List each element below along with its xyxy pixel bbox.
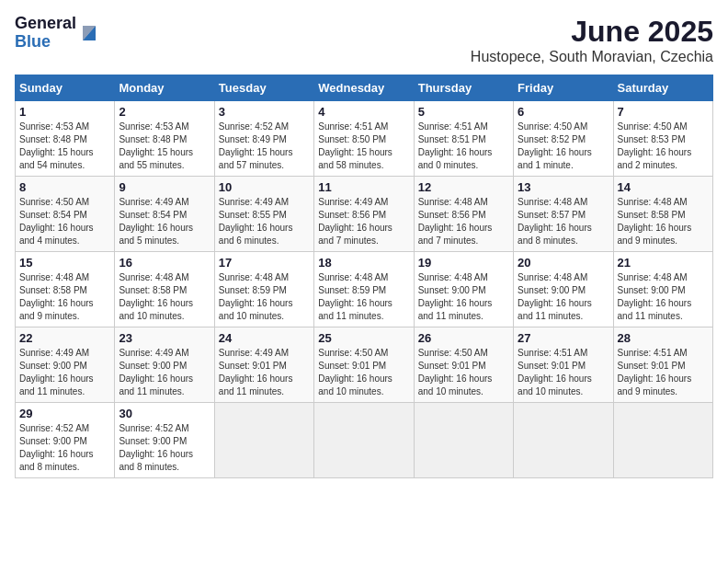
calendar-cell: 29Sunrise: 4:52 AM Sunset: 9:00 PM Dayli… [16,403,115,478]
weekday-header: Wednesday [314,75,414,101]
calendar-week-row: 29Sunrise: 4:52 AM Sunset: 9:00 PM Dayli… [16,403,713,478]
day-info: Sunrise: 4:51 AM Sunset: 8:50 PM Dayligh… [318,121,409,172]
calendar-cell: 21Sunrise: 4:48 AM Sunset: 9:00 PM Dayli… [613,252,712,327]
day-info: Sunrise: 4:50 AM Sunset: 9:01 PM Dayligh… [318,347,409,398]
calendar-week-row: 22Sunrise: 4:49 AM Sunset: 9:00 PM Dayli… [16,327,713,403]
day-number: 27 [518,331,609,345]
day-number: 20 [518,256,609,270]
day-number: 21 [618,256,709,270]
calendar-cell: 22Sunrise: 4:49 AM Sunset: 9:00 PM Dayli… [16,327,115,403]
day-info: Sunrise: 4:51 AM Sunset: 9:01 PM Dayligh… [618,347,709,398]
day-number: 14 [618,180,709,194]
day-info: Sunrise: 4:48 AM Sunset: 9:00 PM Dayligh… [418,271,509,323]
day-info: Sunrise: 4:50 AM Sunset: 8:53 PM Dayligh… [618,121,709,172]
weekday-header: Friday [514,75,613,101]
calendar-cell: 12Sunrise: 4:48 AM Sunset: 8:56 PM Dayli… [414,177,513,252]
logo-triangle-icon [79,22,99,46]
calendar-cell: 25Sunrise: 4:50 AM Sunset: 9:01 PM Dayli… [314,327,414,403]
calendar-cell: 24Sunrise: 4:49 AM Sunset: 9:01 PM Dayli… [214,327,313,403]
weekday-header: Sunday [16,75,115,101]
month-title: June 2025 [471,15,713,49]
calendar-cell [414,403,513,478]
day-number: 30 [119,407,210,420]
day-number: 10 [219,180,310,194]
day-number: 13 [518,180,609,194]
weekday-header: Thursday [414,75,513,101]
logo-blue: Blue [15,33,76,52]
calendar-cell [613,403,712,478]
day-info: Sunrise: 4:49 AM Sunset: 8:55 PM Dayligh… [219,196,310,247]
calendar-cell: 13Sunrise: 4:48 AM Sunset: 8:57 PM Dayli… [514,177,613,252]
calendar-cell: 30Sunrise: 4:52 AM Sunset: 9:00 PM Dayli… [115,403,214,478]
day-info: Sunrise: 4:52 AM Sunset: 8:49 PM Dayligh… [219,121,310,172]
weekday-header: Saturday [613,75,712,101]
day-number: 12 [418,180,509,194]
calendar-cell [314,403,414,478]
day-info: Sunrise: 4:48 AM Sunset: 8:57 PM Dayligh… [518,196,609,247]
calendar-week-row: 8Sunrise: 4:50 AM Sunset: 8:54 PM Daylig… [16,177,713,252]
subtitle: Hustopece, South Moravian, Czechia [471,49,713,65]
calendar-cell: 19Sunrise: 4:48 AM Sunset: 9:00 PM Dayli… [414,252,513,327]
calendar-cell: 27Sunrise: 4:51 AM Sunset: 9:01 PM Dayli… [514,327,613,403]
calendar: SundayMondayTuesdayWednesdayThursdayFrid… [15,75,713,478]
header: General Blue June 2025 Hustopece, South … [15,15,713,65]
day-info: Sunrise: 4:53 AM Sunset: 8:48 PM Dayligh… [119,121,210,172]
weekday-header: Tuesday [214,75,313,101]
calendar-cell: 2Sunrise: 4:53 AM Sunset: 8:48 PM Daylig… [115,101,214,177]
calendar-cell: 28Sunrise: 4:51 AM Sunset: 9:01 PM Dayli… [613,327,712,403]
day-info: Sunrise: 4:53 AM Sunset: 8:48 PM Dayligh… [19,121,110,172]
day-number: 22 [19,331,110,345]
day-number: 5 [418,105,509,119]
calendar-cell: 20Sunrise: 4:48 AM Sunset: 9:00 PM Dayli… [514,252,613,327]
day-info: Sunrise: 4:48 AM Sunset: 8:59 PM Dayligh… [219,271,310,323]
calendar-week-row: 1Sunrise: 4:53 AM Sunset: 8:48 PM Daylig… [16,101,713,177]
calendar-cell: 7Sunrise: 4:50 AM Sunset: 8:53 PM Daylig… [613,101,712,177]
day-info: Sunrise: 4:48 AM Sunset: 8:59 PM Dayligh… [318,271,409,323]
day-info: Sunrise: 4:49 AM Sunset: 8:54 PM Dayligh… [119,196,210,247]
calendar-cell: 26Sunrise: 4:50 AM Sunset: 9:01 PM Dayli… [414,327,513,403]
day-number: 9 [119,180,210,194]
calendar-cell [514,403,613,478]
day-info: Sunrise: 4:48 AM Sunset: 9:00 PM Dayligh… [618,271,709,323]
weekday-header: Monday [115,75,214,101]
day-info: Sunrise: 4:50 AM Sunset: 8:52 PM Dayligh… [518,121,609,172]
calendar-cell: 4Sunrise: 4:51 AM Sunset: 8:50 PM Daylig… [314,101,414,177]
day-info: Sunrise: 4:49 AM Sunset: 9:00 PM Dayligh… [19,347,110,398]
day-number: 18 [318,256,409,270]
day-info: Sunrise: 4:48 AM Sunset: 8:58 PM Dayligh… [19,271,110,323]
calendar-cell: 17Sunrise: 4:48 AM Sunset: 8:59 PM Dayli… [214,252,313,327]
day-number: 6 [518,105,609,119]
day-number: 8 [19,180,110,194]
day-info: Sunrise: 4:50 AM Sunset: 9:01 PM Dayligh… [418,347,509,398]
day-number: 16 [119,256,210,270]
day-number: 1 [19,105,110,119]
day-number: 26 [418,331,509,345]
calendar-cell: 16Sunrise: 4:48 AM Sunset: 8:58 PM Dayli… [115,252,214,327]
calendar-cell: 1Sunrise: 4:53 AM Sunset: 8:48 PM Daylig… [16,101,115,177]
day-info: Sunrise: 4:48 AM Sunset: 8:56 PM Dayligh… [418,196,509,247]
day-info: Sunrise: 4:48 AM Sunset: 9:00 PM Dayligh… [518,271,609,323]
calendar-cell: 11Sunrise: 4:49 AM Sunset: 8:56 PM Dayli… [314,177,414,252]
calendar-cell: 10Sunrise: 4:49 AM Sunset: 8:55 PM Dayli… [214,177,313,252]
calendar-cell [214,403,313,478]
calendar-cell: 23Sunrise: 4:49 AM Sunset: 9:00 PM Dayli… [115,327,214,403]
day-info: Sunrise: 4:51 AM Sunset: 8:51 PM Dayligh… [418,121,509,172]
title-area: June 2025 Hustopece, South Moravian, Cze… [471,15,713,65]
day-info: Sunrise: 4:48 AM Sunset: 8:58 PM Dayligh… [119,271,210,323]
day-number: 17 [219,256,310,270]
day-number: 3 [219,105,310,119]
day-info: Sunrise: 4:52 AM Sunset: 9:00 PM Dayligh… [119,422,210,474]
calendar-cell: 18Sunrise: 4:48 AM Sunset: 8:59 PM Dayli… [314,252,414,327]
day-info: Sunrise: 4:52 AM Sunset: 9:00 PM Dayligh… [19,422,110,474]
calendar-cell: 8Sunrise: 4:50 AM Sunset: 8:54 PM Daylig… [16,177,115,252]
day-number: 28 [618,331,709,345]
calendar-cell: 15Sunrise: 4:48 AM Sunset: 8:58 PM Dayli… [16,252,115,327]
day-number: 4 [318,105,409,119]
day-number: 24 [219,331,310,345]
weekday-header-row: SundayMondayTuesdayWednesdayThursdayFrid… [16,75,713,101]
calendar-cell: 3Sunrise: 4:52 AM Sunset: 8:49 PM Daylig… [214,101,313,177]
calendar-cell: 9Sunrise: 4:49 AM Sunset: 8:54 PM Daylig… [115,177,214,252]
day-number: 19 [418,256,509,270]
day-info: Sunrise: 4:49 AM Sunset: 9:00 PM Dayligh… [119,347,210,398]
logo: General Blue [15,15,99,52]
